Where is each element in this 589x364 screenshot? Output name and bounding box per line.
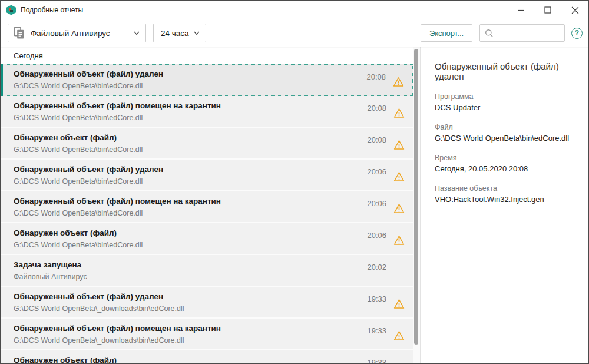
event-path: G:\DCS World OpenBeta\_downloads\bin\edC…: [14, 336, 354, 345]
event-title: Задача запущена: [14, 260, 354, 269]
event-path: G:\DCS World OpenBeta\bin\edCore.dll: [14, 241, 354, 249]
event-path: G:\DCS World OpenBeta\_downloads\bin\edC…: [14, 305, 354, 313]
event-row[interactable]: Обнаруженный объект (файл) помещен на ка…: [1, 319, 413, 350]
period-dropdown[interactable]: 24 часа: [153, 24, 206, 42]
event-time: 19:33: [367, 358, 386, 364]
detail-field-value: VHO:HackTool.Win32.Inject.gen: [435, 195, 579, 204]
event-row[interactable]: Обнаруженный объект (файл) помещен на ка…: [1, 191, 413, 223]
event-path: G:\DCS World OpenBeta\bin\edCore.dll: [14, 114, 354, 122]
event-row[interactable]: Обнаружен объект (файл) G:\DCS World Ope…: [1, 223, 413, 255]
event-time: 20:08: [367, 104, 386, 112]
group-header-today: Сегодня: [1, 47, 413, 64]
event-path: G:\DCS World OpenBeta\bin\edCore.dll: [14, 145, 354, 154]
report-type-dropdown[interactable]: Файловый Антивирус: [8, 24, 146, 42]
detailed-reports-window: Подробные отчеты Файловый Антивирус: [0, 0, 589, 364]
chevron-down-icon: [134, 31, 140, 35]
close-icon: [571, 6, 579, 14]
event-path: G:\DCS World OpenBeta\bin\edCore.dll: [14, 209, 354, 217]
titlebar: Подробные отчеты: [1, 1, 588, 19]
content: Сегодня Обнаруженный объект (файл) удале…: [1, 47, 588, 364]
warning-icon: [393, 234, 405, 246]
period-value: 24 часа: [161, 29, 189, 38]
warning-icon: [393, 107, 405, 119]
event-row[interactable]: Обнаруженный объект (файл) удален G:\DCS…: [1, 160, 413, 191]
event-row[interactable]: Обнаружен объект (файл) 19:33: [1, 350, 413, 364]
maximize-icon: [544, 6, 551, 14]
event-title: Обнаруженный объект (файл) помещен на ка…: [14, 197, 354, 206]
caption-buttons: [507, 1, 588, 19]
window-title: Подробные отчеты: [21, 6, 83, 14]
detail-field-label: Время: [435, 154, 579, 162]
detail-field-value: Сегодня, 20.05.2020 20:08: [435, 164, 579, 173]
event-title: Обнаруженный объект (файл) удален: [14, 165, 354, 174]
chevron-down-icon: [194, 31, 200, 35]
detail-title: Обнаруженный объект (файл) удален: [435, 61, 579, 81]
event-time: 19:33: [367, 326, 386, 335]
event-title: Обнаружен объект (файл): [14, 133, 354, 142]
detail-field-label: Файл: [435, 123, 579, 131]
event-title: Обнаруженный объект (файл) помещен на ка…: [14, 101, 354, 110]
warning-icon: [393, 171, 405, 183]
search-input[interactable]: [498, 29, 560, 38]
detail-field-label: Название объекта: [435, 184, 579, 193]
export-button[interactable]: Экспорт...: [421, 24, 472, 42]
event-list: Обнаруженный объект (файл) удален G:\DCS…: [1, 64, 413, 364]
event-list-pane: Сегодня Обнаруженный объект (файл) удале…: [1, 47, 413, 364]
toolbar: Файловый Антивирус 24 часа Экспорт... ?: [1, 19, 588, 47]
search-box: [479, 24, 565, 42]
detail-field-value: DCS Updater: [435, 103, 579, 112]
detail-field-value: G:\DCS World OpenBeta\bin\edCore.dll: [435, 134, 579, 143]
detail-field: Файл G:\DCS World OpenBeta\bin\edCore.dl…: [435, 123, 579, 143]
minimize-icon: [517, 6, 524, 14]
close-button[interactable]: [561, 1, 588, 19]
minimize-button[interactable]: [507, 1, 534, 19]
event-title: Обнаруженный объект (файл) удален: [14, 70, 353, 78]
event-time: 20:08: [366, 72, 386, 81]
warning-icon: [393, 362, 405, 364]
warning-icon: [393, 330, 405, 342]
detail-fields: Программа DCS Updater Файл G:\DCS World …: [435, 92, 579, 204]
warning-icon: [393, 298, 405, 310]
detail-field-label: Программа: [435, 92, 579, 101]
event-time: 20:06: [367, 231, 386, 240]
search-icon: [485, 29, 494, 38]
event-row[interactable]: Обнаруженный объект (файл) удален G:\DCS…: [1, 64, 413, 96]
report-type-value: Файловый Антивирус: [31, 29, 134, 38]
event-path: Файловый Антивирус: [14, 273, 354, 281]
event-time: 20:08: [367, 135, 386, 144]
detail-field: Название объекта VHO:HackTool.Win32.Inje…: [435, 184, 579, 204]
event-row[interactable]: Обнаруженный объект (файл) помещен на ка…: [1, 96, 413, 128]
help-icon[interactable]: ?: [571, 28, 583, 39]
vertical-scrollbar[interactable]: [413, 47, 420, 364]
warning-icon: [393, 139, 405, 151]
detail-pane: Обнаруженный объект (файл) удален Програ…: [420, 47, 588, 364]
detail-field: Время Сегодня, 20.05.2020 20:08: [435, 154, 579, 173]
maximize-button[interactable]: [534, 1, 561, 19]
event-time: 20:06: [367, 167, 386, 176]
event-time: 20:02: [367, 263, 386, 272]
warning-icon: [392, 76, 405, 88]
event-row[interactable]: Обнаруженный объект (файл) удален G:\DCS…: [1, 287, 413, 319]
warning-icon: [393, 203, 405, 214]
event-row[interactable]: Задача запущена Файловый Антивирус 20:02: [1, 255, 413, 287]
reports-icon: [13, 27, 25, 39]
event-row[interactable]: Обнаружен объект (файл) G:\DCS World Ope…: [1, 128, 413, 160]
event-path: G:\DCS World OpenBeta\bin\edCore.dll: [14, 82, 353, 90]
event-title: Обнаружен объект (файл): [14, 229, 354, 237]
event-title: Обнаруженный объект (файл) помещен на ка…: [14, 324, 354, 333]
scrollbar-thumb[interactable]: [414, 49, 418, 345]
event-title: Обнаруженный объект (файл) удален: [14, 292, 354, 301]
event-path: G:\DCS World OpenBeta\bin\edCore.dll: [14, 177, 354, 186]
kaspersky-logo-icon: [6, 5, 16, 15]
event-time: 20:06: [367, 199, 386, 208]
event-title: Обнаружен объект (файл): [14, 356, 354, 364]
event-time: 19:33: [367, 294, 386, 303]
detail-field: Программа DCS Updater: [435, 92, 579, 112]
